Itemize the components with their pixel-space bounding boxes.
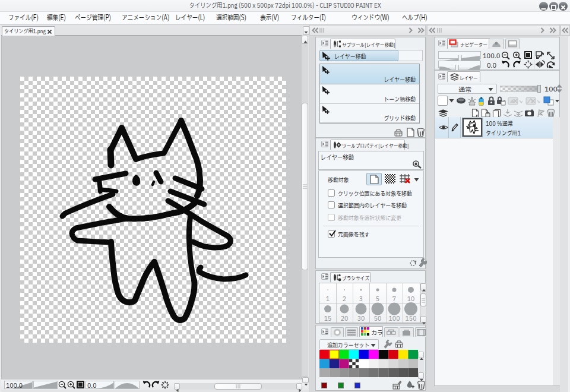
svg-text:3: 3 bbox=[359, 295, 363, 304]
svg-text:150: 150 bbox=[406, 314, 417, 323]
svg-text:30: 30 bbox=[357, 314, 365, 323]
svg-text:10: 10 bbox=[407, 295, 415, 304]
svg-text:1: 1 bbox=[326, 295, 330, 304]
svg-text:15: 15 bbox=[324, 314, 332, 323]
svg-text:5: 5 bbox=[376, 295, 379, 304]
svg-text:100: 100 bbox=[389, 314, 400, 323]
svg-text:7: 7 bbox=[392, 295, 396, 304]
svg-text:2: 2 bbox=[343, 295, 346, 304]
svg-text:50: 50 bbox=[374, 314, 382, 323]
svg-text:20: 20 bbox=[341, 314, 349, 323]
